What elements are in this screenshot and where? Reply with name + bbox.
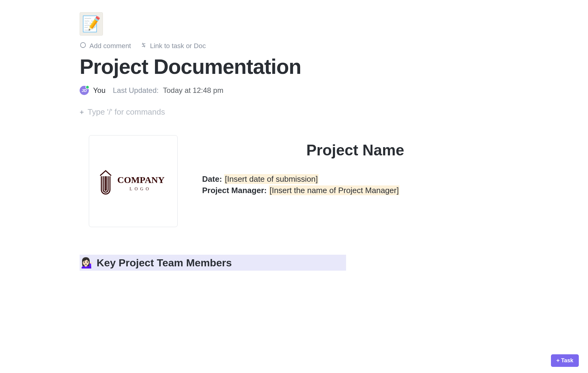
updated-value: Today at 12:48 pm: [163, 86, 223, 95]
author-avatar[interactable]: JD: [80, 86, 89, 95]
team-section-heading[interactable]: 💁🏻‍♀️ Key Project Team Members: [80, 255, 346, 271]
team-heading-text: Key Project Team Members: [96, 257, 232, 268]
pm-placeholder[interactable]: [Insert the name of Project Manager]: [269, 185, 399, 195]
team-emoji-icon: 💁🏻‍♀️: [81, 257, 94, 268]
add-comment-button[interactable]: Add comment: [80, 42, 131, 50]
top-actions-bar: Add comment Link to task or Doc: [80, 42, 508, 50]
comment-icon: [80, 42, 86, 50]
command-input[interactable]: [88, 107, 508, 117]
svg-text:COMPANY: COMPANY: [117, 175, 165, 185]
company-logo-box[interactable]: COMPANY LOGO: [89, 135, 178, 227]
updated-label: Last Updated:: [113, 86, 159, 95]
date-placeholder[interactable]: [Insert date of submission]: [224, 174, 318, 184]
link-task-label: Link to task or Doc: [150, 42, 206, 50]
date-field[interactable]: Date: [Insert date of submission]: [202, 174, 508, 184]
page-title[interactable]: Project Documentation: [80, 55, 508, 78]
project-header-row: COMPANY LOGO Project Name Date: [Insert …: [89, 135, 508, 227]
project-name-heading[interactable]: Project Name: [202, 141, 508, 159]
date-label: Date:: [202, 174, 222, 184]
document-emoji-icon[interactable]: 📝: [80, 12, 103, 36]
command-input-row[interactable]: +: [80, 107, 508, 117]
pm-field[interactable]: Project Manager: [Insert the name of Pro…: [202, 186, 508, 195]
svg-text:LOGO: LOGO: [130, 187, 151, 191]
plus-icon[interactable]: +: [80, 108, 84, 116]
company-logo-icon: COMPANY LOGO: [96, 166, 170, 196]
author-name: You: [93, 86, 106, 95]
metadata-row: JD You Last Updated: Today at 12:48 pm: [80, 86, 508, 95]
svg-point-0: [81, 43, 86, 48]
pm-label: Project Manager:: [202, 186, 267, 195]
link-icon: [140, 42, 147, 50]
document-container: 📝 Add comment Link to task or Doc Projec…: [34, 0, 554, 289]
add-comment-label: Add comment: [89, 42, 131, 50]
link-task-button[interactable]: Link to task or Doc: [140, 42, 206, 50]
project-info: Project Name Date: [Insert date of submi…: [202, 135, 508, 197]
